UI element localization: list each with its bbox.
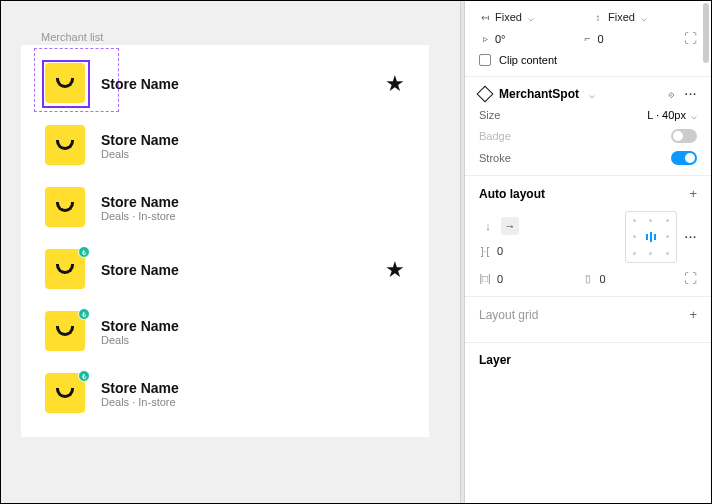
store-name: Store Name	[101, 194, 405, 210]
store-subtitle: Deals	[101, 334, 405, 346]
store-subtitle: Deals	[101, 148, 405, 160]
corner-radius-field[interactable]: ⌐ 0	[582, 33, 677, 45]
chevron-down-icon	[587, 88, 595, 100]
badge-icon	[78, 246, 90, 258]
independent-corners-icon[interactable]: ⛶	[684, 31, 697, 46]
padding-vertical-field[interactable]: ▯ 0	[582, 273, 677, 285]
v-constraint-value: Fixed	[608, 11, 635, 23]
merchant-row[interactable]: Store Name ★	[21, 53, 429, 115]
merchant-info: Store Name	[101, 76, 371, 92]
spacing-icon: ]·[	[479, 245, 491, 257]
layout-grid-section: Layout grid +	[465, 297, 711, 343]
component-icon	[477, 86, 494, 103]
corner-radius-value: 0	[598, 33, 604, 45]
auto-layout-section: Auto layout + ↓ → ]·[ 0	[465, 176, 711, 297]
vertical-resize-icon: ↕	[592, 11, 604, 23]
go-to-main-icon[interactable]: ⟐	[668, 88, 675, 100]
auto-layout-title: Auto layout	[479, 187, 545, 201]
auto-layout-more-icon[interactable]: ···	[685, 231, 697, 243]
size-prop-dropdown[interactable]: L · 40px	[647, 109, 697, 121]
clip-content-row[interactable]: Clip content	[479, 54, 697, 66]
add-layout-grid-icon[interactable]: +	[689, 307, 697, 322]
padding-h-value: 0	[497, 273, 503, 285]
spacing-field[interactable]: ]·[ 0	[479, 245, 617, 257]
chevron-down-icon	[639, 11, 647, 23]
angle-icon: ▹	[479, 33, 491, 45]
store-name: Store Name	[101, 262, 371, 278]
merchant-row[interactable]: Store Name Deals · In-store	[21, 177, 429, 239]
size-value: L · 40px	[647, 109, 686, 121]
app-root: Merchant list Store Name ★ Store Name De…	[0, 0, 712, 504]
padding-h-icon: |□|	[479, 273, 491, 285]
merchant-spot[interactable]	[45, 63, 87, 105]
direction-horizontal-button[interactable]: →	[501, 217, 519, 235]
frame-label[interactable]: Merchant list	[41, 31, 450, 43]
horizontal-constraint-dropdown[interactable]: ↤ Fixed	[479, 11, 584, 23]
clip-content-label: Clip content	[499, 54, 557, 66]
badge-prop-label: Badge	[479, 130, 663, 142]
size-prop-label: Size	[479, 109, 639, 121]
padding-v-icon: ▯	[582, 273, 594, 285]
rotation-field[interactable]: ▹ 0°	[479, 33, 574, 45]
store-subtitle: Deals · In-store	[101, 396, 405, 408]
chevron-down-icon	[526, 11, 534, 23]
merchant-row[interactable]: Store Name ★	[21, 239, 429, 301]
store-name: Store Name	[101, 132, 405, 148]
padding-horizontal-field[interactable]: |□| 0	[479, 273, 574, 285]
layer-section: Layer	[465, 343, 711, 377]
badge-toggle[interactable]	[671, 129, 697, 143]
favorite-star-icon[interactable]: ★	[385, 71, 405, 97]
stroke-toggle[interactable]	[671, 151, 697, 165]
layout-grid-title: Layout grid	[479, 308, 538, 322]
corner-radius-icon: ⌐	[582, 33, 594, 45]
independent-padding-icon[interactable]: ⛶	[684, 271, 697, 286]
more-options-icon[interactable]: ···	[685, 88, 697, 100]
merchant-logo	[45, 63, 85, 103]
store-name: Store Name	[101, 76, 371, 92]
layer-title: Layer	[479, 353, 511, 367]
clip-content-checkbox[interactable]	[479, 54, 491, 66]
alignment-center-icon	[644, 232, 658, 242]
vertical-constraint-dropdown[interactable]: ↕ Fixed	[592, 11, 697, 23]
padding-v-value: 0	[600, 273, 606, 285]
store-subtitle: Deals · In-store	[101, 210, 405, 222]
favorite-star-icon[interactable]: ★	[385, 257, 405, 283]
component-name-dropdown[interactable]: MerchantSpot	[499, 87, 579, 101]
component-section: MerchantSpot ⟐ ··· Size L · 40px Badge S…	[465, 77, 711, 176]
store-name: Store Name	[101, 318, 405, 334]
chevron-down-icon	[689, 109, 697, 121]
add-auto-layout-icon[interactable]: +	[689, 186, 697, 201]
h-constraint-value: Fixed	[495, 11, 522, 23]
rotation-value: 0°	[495, 33, 506, 45]
store-name: Store Name	[101, 380, 405, 396]
constraints-section: ↤ Fixed ↕ Fixed ▹ 0° ⌐ 0	[465, 1, 711, 77]
merchant-row[interactable]: Store Name Deals	[21, 115, 429, 177]
design-canvas[interactable]: Merchant list Store Name ★ Store Name De…	[1, 1, 460, 503]
merchant-row[interactable]: Store Name Deals · In-store	[21, 363, 429, 425]
alignment-grid[interactable]	[625, 211, 677, 263]
scrollbar[interactable]	[703, 3, 709, 63]
badge-icon	[78, 370, 90, 382]
inspector-panel: ↤ Fixed ↕ Fixed ▹ 0° ⌐ 0	[465, 1, 711, 503]
merchant-list-frame[interactable]: Store Name ★ Store Name Deals Store Name…	[21, 45, 429, 437]
spacing-value: 0	[497, 245, 503, 257]
merchant-row[interactable]: Store Name Deals	[21, 301, 429, 363]
stroke-prop-label: Stroke	[479, 152, 663, 164]
badge-icon	[78, 308, 90, 320]
horizontal-resize-icon: ↤	[479, 11, 491, 23]
direction-vertical-button[interactable]: ↓	[479, 217, 497, 235]
